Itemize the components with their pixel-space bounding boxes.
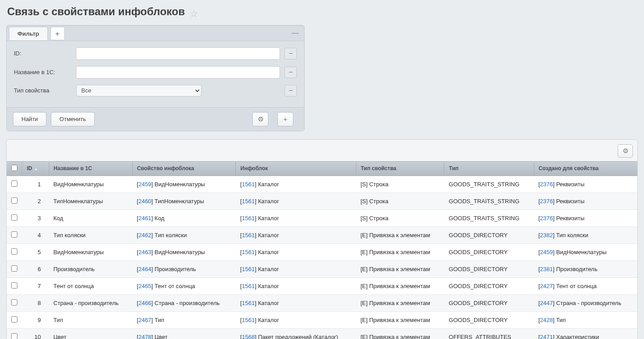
prop-link[interactable]: 2459 (138, 181, 151, 188)
prop-link[interactable]: 2464 (138, 266, 151, 272)
cell-type: GOODS_TRAITS_STRING (444, 193, 534, 209)
cell-created: [2459] ВидНоменклатуры (534, 243, 637, 260)
created-link[interactable]: 2428 (540, 317, 553, 323)
column-header-type[interactable]: Тип (444, 161, 534, 176)
iblock-link[interactable]: 1561 (242, 266, 255, 272)
filter-add-button[interactable]: + (277, 112, 293, 126)
iblock-link[interactable]: 1568 (242, 334, 255, 339)
column-header-created[interactable]: Создано для свойства (534, 161, 637, 176)
cell-created: [2447] Страна - производитель (534, 294, 637, 311)
filter-settings-button[interactable]: ⚙ (252, 112, 268, 126)
created-link[interactable]: 2471 (540, 334, 553, 339)
cell-iblock: [1561] Каталог (236, 226, 356, 243)
grid-panel: ⚙ ID▲ Название в 1С Свойство инфоблока И… (6, 139, 638, 339)
filter-id-remove-button[interactable]: − (284, 48, 297, 59)
row-checkbox[interactable] (11, 248, 17, 255)
filter-name1c-input[interactable] (76, 66, 280, 79)
select-all-checkbox[interactable] (11, 165, 17, 171)
cell-iblock: [1561] Каталог (236, 260, 356, 277)
row-checkbox[interactable] (11, 282, 17, 289)
prop-link[interactable]: 2462 (138, 232, 151, 239)
row-checkbox[interactable] (11, 316, 17, 322)
table-row[interactable]: 1ВидНоменклатуры[2459] ВидНоменклатуры[1… (7, 176, 637, 193)
row-checkbox[interactable] (11, 231, 17, 238)
column-header-iblock[interactable]: Инфоблок (236, 161, 356, 176)
prop-link[interactable]: 2465 (138, 283, 151, 289)
table-row[interactable]: 6Производитель[2464] Производитель[1561]… (7, 260, 637, 277)
row-checkbox[interactable] (11, 180, 17, 187)
iblock-link[interactable]: 1561 (242, 215, 255, 222)
cell-name1c: ВидНоменклатуры (49, 243, 133, 260)
column-header-prop[interactable]: Свойство инфоблока (132, 161, 236, 176)
created-link[interactable]: 2459 (540, 249, 553, 255)
filter-type-remove-button[interactable]: − (284, 85, 297, 96)
cancel-button[interactable]: Отменить (51, 112, 94, 126)
find-button[interactable]: Найти (13, 112, 46, 126)
cell-ptype: [E] Привязка к элементам (356, 294, 444, 311)
cell-created: [2376] Реквизиты (534, 193, 637, 209)
cell-name1c: Код (49, 209, 133, 226)
iblock-link[interactable]: 1561 (242, 232, 255, 239)
prop-link[interactable]: 2461 (138, 215, 151, 222)
created-link[interactable]: 2427 (540, 283, 553, 289)
created-link[interactable]: 2382 (540, 232, 553, 239)
filter-name1c-remove-button[interactable]: − (284, 67, 297, 78)
created-link[interactable]: 2447 (540, 300, 553, 306)
table-row[interactable]: 4Тип коляски[2462] Тип коляски[1561] Кат… (7, 226, 637, 243)
prop-link[interactable]: 2466 (138, 300, 151, 306)
sort-asc-icon: ▲ (34, 167, 38, 171)
filter-tab[interactable]: Фильтр (9, 27, 48, 40)
cell-prop: [2464] Производитель (132, 260, 236, 277)
table-row[interactable]: 5ВидНоменклатуры[2463] ВидНоменклатуры[1… (7, 243, 637, 260)
iblock-link[interactable]: 1561 (242, 181, 255, 188)
row-checkbox[interactable] (11, 333, 17, 339)
created-link[interactable]: 2381 (540, 266, 553, 272)
cell-name1c: Цвет (49, 328, 133, 339)
cell-created: [2376] Реквизиты (534, 176, 637, 193)
table-row[interactable]: 7Тент от солнца[2465] Тент от солнца[156… (7, 277, 637, 294)
cell-prop: [2467] Тип (132, 311, 236, 328)
prop-link[interactable]: 2478 (138, 334, 151, 339)
cell-type: GOODS_TRAITS_STRING (444, 176, 534, 193)
table-row[interactable]: 3Код[2461] Код[1561] Каталог[S] СтрокаGO… (7, 209, 637, 226)
cell-name1c: Тент от солнца (49, 277, 133, 294)
table-row[interactable]: 2ТипНоменклатуры[2460] ТипНоменклатуры[1… (7, 193, 637, 209)
cell-type: GOODS_DIRECTORY (444, 311, 534, 328)
column-header-id[interactable]: ID▲ (22, 161, 49, 176)
cell-created: [2428] Тип (534, 311, 637, 328)
cell-ptype: [E] Привязка к элементам (356, 311, 444, 328)
gear-icon: ⚙ (623, 147, 628, 155)
row-checkbox[interactable] (11, 299, 17, 306)
filter-collapse-icon[interactable]: — (292, 29, 299, 37)
prop-link[interactable]: 2467 (138, 317, 151, 323)
created-link[interactable]: 2376 (540, 181, 553, 188)
iblock-link[interactable]: 1561 (242, 198, 255, 205)
iblock-link[interactable]: 1561 (242, 283, 255, 289)
table-row[interactable]: 9Тип[2467] Тип[1561] Каталог[E] Привязка… (7, 311, 637, 328)
table-row[interactable]: 8Страна - производитель[2466] Страна - п… (7, 294, 637, 311)
cell-name1c: Страна - производитель (49, 294, 133, 311)
cell-prop: [2478] Цвет (132, 328, 236, 339)
filter-type-select[interactable]: Все (76, 85, 201, 96)
created-link[interactable]: 2376 (540, 215, 553, 222)
filter-id-input[interactable] (76, 47, 280, 60)
iblock-link[interactable]: 1561 (242, 249, 255, 255)
column-header-name1c[interactable]: Название в 1С (49, 161, 133, 176)
iblock-link[interactable]: 1561 (242, 300, 255, 306)
row-checkbox[interactable] (11, 265, 17, 272)
favorite-star-icon[interactable]: ☆ (189, 8, 198, 19)
filter-add-tab-button[interactable]: + (50, 27, 65, 40)
prop-link[interactable]: 2460 (138, 198, 151, 205)
cell-name1c: ТипНоменклатуры (49, 193, 133, 209)
filter-name1c-label: Название в 1С: (14, 69, 76, 75)
cell-id: 1 (22, 176, 49, 193)
cell-type: GOODS_DIRECTORY (444, 294, 534, 311)
column-header-ptype[interactable]: Тип свойства (356, 161, 444, 176)
iblock-link[interactable]: 1561 (242, 317, 255, 323)
grid-settings-button[interactable]: ⚙ (618, 144, 633, 158)
row-checkbox[interactable] (11, 214, 17, 221)
created-link[interactable]: 2376 (540, 198, 553, 205)
prop-link[interactable]: 2463 (138, 249, 151, 255)
row-checkbox[interactable] (11, 197, 17, 204)
table-row[interactable]: 10Цвет[2478] Цвет[1568] Пакет предложени… (7, 328, 637, 339)
